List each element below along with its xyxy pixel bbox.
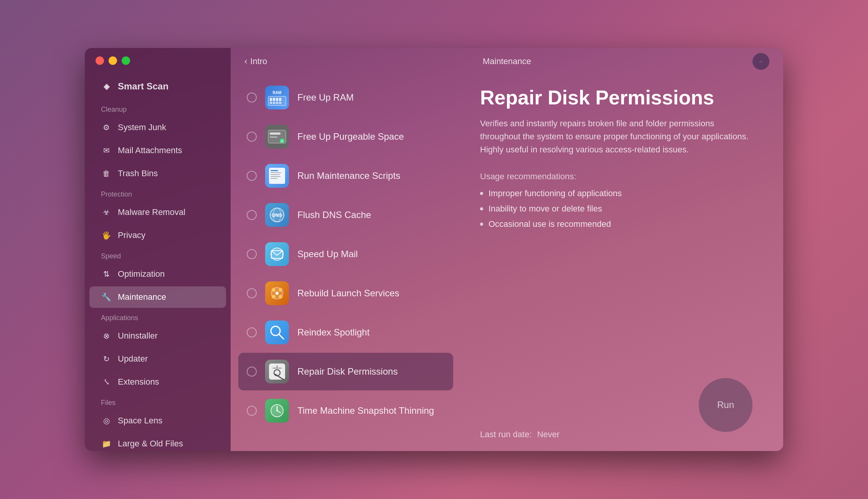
spotlight-icon <box>265 321 289 344</box>
svg-rect-5 <box>276 98 278 101</box>
minimize-button[interactable] <box>109 56 117 65</box>
large-old-files-label: Large & Old Files <box>118 439 183 449</box>
list-item-free-ram[interactable]: RAM Free Up RAM <box>238 79 453 116</box>
sidebar-item-malware-removal[interactable]: ☣ Malware Removal <box>89 202 226 223</box>
svg-text:RAM: RAM <box>273 91 282 95</box>
uninstaller-label: Uninstaller <box>118 331 158 341</box>
svg-rect-20 <box>271 172 281 173</box>
svg-rect-23 <box>271 178 277 179</box>
svg-rect-7 <box>270 102 272 104</box>
main-window: ◈ Smart Scan Cleanup ⚙ System Junk ✉ Mai… <box>85 48 783 451</box>
optimization-label: Optimization <box>118 269 165 279</box>
mail-label: Speed Up Mail <box>297 249 358 259</box>
sidebar-item-uninstaller[interactable]: ⊗ Uninstaller <box>89 325 226 347</box>
sidebar-item-system-junk[interactable]: ⚙ System Junk <box>89 117 226 138</box>
usage-section: Usage recommendations: Improper function… <box>480 172 764 229</box>
scripts-icon <box>265 164 289 188</box>
list-item-repair[interactable]: Repair Disk Permissions <box>238 353 453 390</box>
last-run-label: Last run date: <box>480 430 532 439</box>
svg-rect-21 <box>271 174 280 175</box>
spotlight-label: Reindex Spotlight <box>297 327 370 338</box>
detail-description: Verifies and instantly repairs broken fi… <box>480 117 749 156</box>
svg-rect-10 <box>279 102 281 104</box>
time-machine-icon <box>265 399 289 423</box>
sidebar-item-privacy[interactable]: 🖐 Privacy <box>89 225 226 246</box>
usage-item-1: Improper functioning of applications <box>480 188 764 198</box>
uninstaller-icon: ⊗ <box>101 330 112 341</box>
updater-icon: ↻ <box>101 354 112 364</box>
system-junk-label: System Junk <box>118 122 166 132</box>
list-item-spotlight[interactable]: Reindex Spotlight <box>238 314 453 351</box>
radio-time-machine[interactable] <box>247 406 257 416</box>
content-area: RAM Free Up RAM <box>231 75 783 451</box>
sidebar-item-updater[interactable]: ↻ Updater <box>89 348 226 370</box>
svg-point-52 <box>276 410 278 411</box>
cleanup-section-label: Cleanup <box>89 100 231 116</box>
svg-point-35 <box>279 288 282 292</box>
space-lens-label: Space Lens <box>118 416 162 426</box>
radio-scripts[interactable] <box>247 171 257 181</box>
svg-rect-13 <box>270 132 281 135</box>
svg-text:✓: ✓ <box>281 139 284 143</box>
space-lens-icon: ◎ <box>101 415 112 426</box>
sidebar-item-maintenance[interactable]: 🔧 Maintenance <box>89 286 226 308</box>
repair-icon <box>265 360 289 383</box>
usage-item-2: Inability to move or delete files <box>480 204 764 214</box>
list-item-mail[interactable]: Speed Up Mail <box>238 235 453 273</box>
dns-icon: DNS <box>265 203 289 227</box>
svg-rect-39 <box>265 321 289 344</box>
radio-free-ram[interactable] <box>247 93 257 102</box>
close-button[interactable] <box>96 56 104 65</box>
malware-removal-label: Malware Removal <box>118 207 185 217</box>
mail-attachments-label: Mail Attachments <box>118 145 182 155</box>
sidebar-item-extensions[interactable]: ⤥ Extensions <box>89 371 226 393</box>
sidebar-item-trash-bins[interactable]: 🗑 Trash Bins <box>89 163 226 184</box>
svg-rect-6 <box>279 98 281 101</box>
sidebar: ◈ Smart Scan Cleanup ⚙ System Junk ✉ Mai… <box>85 48 231 451</box>
list-item-purgeable[interactable]: ✓ Free Up Purgeable Space <box>238 118 453 155</box>
sidebar-item-smart-scan[interactable]: ◈ Smart Scan <box>89 76 226 97</box>
sidebar-item-large-old-files[interactable]: 📁 Large & Old Files <box>89 433 226 451</box>
header-status-dot[interactable]: ·· <box>752 53 769 70</box>
maintenance-label: Maintenance <box>118 292 166 302</box>
free-ram-label: Free Up RAM <box>297 92 354 103</box>
list-item-launch[interactable]: Rebuild Launch Services <box>238 274 453 312</box>
radio-purgeable[interactable] <box>247 132 257 142</box>
svg-rect-4 <box>273 98 275 101</box>
usage-list: Improper functioning of applications Ina… <box>480 188 764 229</box>
sidebar-item-optimization[interactable]: ⇅ Optimization <box>89 263 226 285</box>
back-button[interactable]: ‹ Intro <box>244 56 267 66</box>
svg-rect-3 <box>270 98 272 101</box>
back-chevron-icon: ‹ <box>244 56 247 66</box>
list-item-time-machine[interactable]: Time Machine Snapshot Thinning <box>238 392 453 430</box>
last-run-value: Never <box>537 430 560 439</box>
smart-scan-icon: ◈ <box>101 81 112 92</box>
optimization-icon: ⇅ <box>101 269 112 279</box>
main-content: ‹ Intro Maintenance ·· RAM <box>231 48 783 451</box>
svg-rect-8 <box>273 102 275 104</box>
radio-mail[interactable] <box>247 249 257 259</box>
sidebar-item-space-lens[interactable]: ◎ Space Lens <box>89 410 226 431</box>
sidebar-item-mail-attachments[interactable]: ✉ Mail Attachments <box>89 140 226 161</box>
usage-title: Usage recommendations: <box>480 172 764 182</box>
time-machine-label: Time Machine Snapshot Thinning <box>297 405 434 416</box>
extensions-icon: ⤥ <box>101 377 112 387</box>
header: ‹ Intro Maintenance ·· <box>231 48 783 75</box>
applications-section-label: Applications <box>89 309 231 324</box>
svg-rect-22 <box>271 176 281 177</box>
run-button[interactable]: Run <box>699 378 752 432</box>
radio-dns[interactable] <box>247 210 257 220</box>
launch-icon <box>265 281 289 305</box>
radio-launch[interactable] <box>247 288 257 298</box>
svg-rect-9 <box>276 102 278 104</box>
radio-repair[interactable] <box>247 367 257 377</box>
privacy-icon: 🖐 <box>101 230 112 241</box>
list-item-dns[interactable]: DNS Flush DNS Cache <box>238 196 453 234</box>
radio-spotlight[interactable] <box>247 327 257 337</box>
bullet-icon <box>480 207 483 210</box>
purgeable-label: Free Up Purgeable Space <box>297 131 404 142</box>
maximize-button[interactable] <box>122 56 130 65</box>
maintenance-list: RAM Free Up RAM <box>231 75 461 451</box>
svg-point-34 <box>272 288 276 292</box>
list-item-scripts[interactable]: Run Maintenance Scripts <box>238 157 453 195</box>
